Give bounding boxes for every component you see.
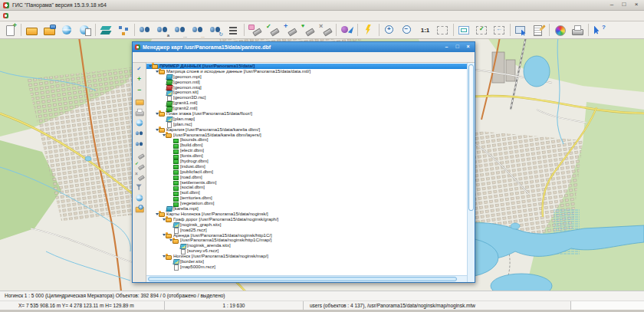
tree-item[interactable]: [noginsk_arenda.sitx] (146, 243, 467, 248)
tree-item[interactable]: [soil.dbm] (146, 190, 467, 195)
tree-item[interactable]: [/usr/Panorama15/data/karelia dbm/layers… (146, 133, 467, 138)
open-map-button[interactable] (23, 22, 41, 38)
legend-button[interactable] (338, 22, 356, 38)
view-cancel-button[interactable] (133, 171, 145, 182)
tree-item[interactable]: [border.sitx] (146, 259, 467, 264)
menu-item[interactable] (44, 15, 52, 17)
vertical-scrollbar-thumb[interactable] (468, 64, 474, 211)
search-continue-button[interactable] (172, 22, 189, 38)
tree-item[interactable]: [geomon.mtl] (146, 80, 467, 85)
geoportal-button[interactable] (133, 192, 145, 203)
select-favorite-button[interactable] (299, 22, 317, 38)
tree-item[interactable]: [plan.map] (146, 117, 467, 122)
maximize-button[interactable]: □ (619, 2, 629, 8)
tree-item[interactable]: [bounds.dbm] (146, 137, 467, 143)
tree-item[interactable]: [survey.v6.rscz] (146, 248, 467, 254)
zoom-out-button[interactable] (399, 22, 416, 38)
tree-item[interactable]: Карты Ногинска [/usr/Panorama15/data/nog… (146, 212, 467, 217)
view-frame-button[interactable] (455, 22, 473, 38)
close-button[interactable]: × (632, 2, 641, 8)
dialog-menu-item[interactable] (151, 57, 157, 58)
tree-item[interactable]: План этажа [/usr/Panorama15/data/floor/] (146, 111, 467, 117)
map-composition-button[interactable] (115, 22, 133, 38)
search-by-name-button[interactable] (154, 22, 172, 38)
dialog-close-button[interactable]: × (464, 44, 472, 51)
tree-item[interactable]: [electr.dbm] (146, 148, 467, 153)
tree-item[interactable]: [build.dbm] (146, 143, 467, 148)
minimize-button[interactable]: – (607, 2, 616, 8)
dialog-menu-item[interactable] (143, 57, 150, 58)
menu-item[interactable] (28, 15, 35, 17)
map-copy-button[interactable] (76, 22, 94, 38)
dialog-menu-item[interactable] (174, 57, 180, 58)
search-selected-button[interactable] (189, 22, 207, 38)
print-button[interactable] (569, 22, 586, 38)
horizontal-scrollbar-thumb[interactable] (148, 277, 457, 281)
tree-item[interactable]: [geomon.sit] (146, 90, 467, 95)
open-folder-map-button[interactable] (133, 203, 145, 214)
remove-data-button[interactable] (133, 85, 145, 96)
tree-item[interactable]: [territories.dbm] (146, 195, 467, 201)
tree-item[interactable]: [map5000m.rscz] (146, 264, 467, 270)
apply-frame-button[interactable] (473, 22, 491, 38)
tree-item[interactable]: Аренда [/usr/Panorama15/data/noginsk/htt… (146, 233, 467, 238)
filter-button[interactable] (133, 182, 145, 192)
dialog-titlebar[interactable]: Менеджер карт /usr/Panorama15/data/pantr… (133, 42, 475, 52)
tree-item[interactable]: [indust.dbm] (146, 164, 467, 169)
tree-item[interactable]: [social.dbm] (146, 185, 467, 190)
search-repeat-button[interactable] (207, 22, 225, 38)
open-data-button[interactable] (133, 96, 145, 107)
tree-item[interactable]: Матрица слоев и исходные данные [/usr/Pa… (146, 69, 467, 74)
open-geoportal-button[interactable] (58, 22, 76, 38)
tree-item[interactable]: Граф дорог [/usr/Panorama15/data/noginsk… (146, 217, 467, 222)
tree-item[interactable]: [settlements.dbm] (146, 180, 467, 186)
find-button[interactable] (133, 128, 145, 139)
tree-item[interactable]: Ногинск [/usr/Panorama15/data/noginsk/ma… (146, 254, 467, 259)
fast-redraw-button[interactable] (360, 22, 377, 38)
scale-one-to-one-button[interactable]: 1:1 (416, 22, 434, 38)
tree-item[interactable]: [road25.rscz] (146, 228, 467, 233)
select-object-button[interactable] (512, 22, 530, 38)
full-extent-button[interactable] (434, 22, 452, 38)
menu-item[interactable] (53, 15, 61, 17)
zoom-in-button[interactable] (381, 22, 399, 38)
confirm-button[interactable] (133, 64, 145, 74)
dialog-menu-item[interactable] (159, 57, 165, 58)
layers-button[interactable] (97, 22, 115, 38)
select-cancel-button[interactable] (317, 22, 334, 38)
tree-item[interactable]: [/usr/Panorama15/data/noginsk/http1C/map… (146, 238, 467, 243)
find-next-button[interactable] (133, 139, 145, 149)
tree-item[interactable]: [fonts.dbm] (146, 153, 467, 159)
tree-item[interactable]: [geomon.mpt] (146, 74, 467, 80)
create-map-button[interactable] (2, 22, 19, 38)
menu-item[interactable] (36, 15, 44, 17)
select-area-button[interactable] (246, 22, 264, 38)
tree-item[interactable]: [road.dbm] (146, 175, 467, 180)
web-source-button[interactable] (133, 117, 145, 128)
dialog-menu-item[interactable] (182, 57, 188, 58)
dialog-menu-item[interactable] (136, 57, 142, 58)
menu-item[interactable] (19, 15, 27, 17)
tree-item[interactable]: [noginsk_graph.sitx] (146, 222, 467, 228)
dialog-menu-item[interactable] (166, 57, 172, 58)
tree-item[interactable]: Карелия [/usr/Panorama15/data/karelia db… (146, 127, 467, 133)
select-apply-button[interactable] (264, 22, 281, 38)
tree-item[interactable]: [plan.rsc] (146, 122, 467, 127)
menu-item[interactable] (78, 15, 86, 17)
dialog-maximize-button[interactable]: □ (453, 44, 462, 51)
search-button[interactable] (136, 22, 154, 38)
vertical-scrollbar[interactable] (467, 63, 475, 282)
palette-button[interactable] (551, 22, 569, 38)
add-data-button[interactable] (133, 74, 145, 85)
tree-item[interactable]: ПРИМЕР ДАННЫХ [/usr/Panorama15/data/] (146, 64, 467, 69)
help-cursor-button[interactable] (590, 22, 608, 38)
tree-item[interactable]: [granit1.mtl] (146, 100, 467, 106)
view-all-button[interactable] (133, 160, 145, 171)
menu-item[interactable] (61, 15, 69, 17)
object-list-button[interactable] (225, 22, 242, 38)
tree-item[interactable]: [geomon.mtq] (146, 85, 467, 90)
tree-item[interactable]: [granit2.mtl] (146, 106, 467, 111)
menu-item[interactable] (11, 15, 18, 17)
menu-item[interactable] (70, 15, 77, 17)
open-database-button[interactable] (41, 22, 58, 38)
